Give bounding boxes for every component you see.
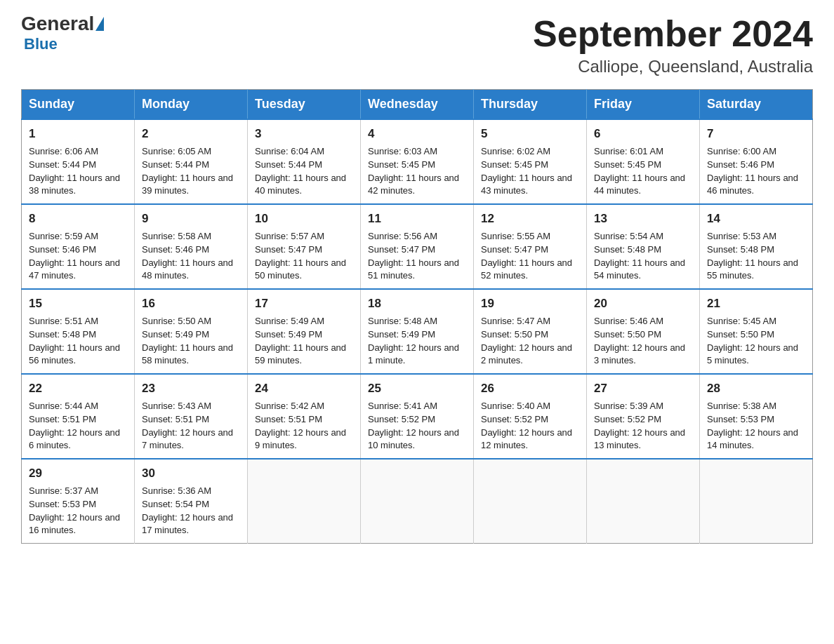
day-number: 29 [29, 465, 127, 483]
day-info: Sunrise: 5:48 AMSunset: 5:49 PMDaylight:… [368, 315, 466, 368]
day-number: 12 [481, 210, 579, 228]
day-number: 2 [142, 126, 240, 143]
calendar-week-row: 29Sunrise: 5:37 AMSunset: 5:53 PMDayligh… [22, 459, 813, 544]
day-number: 8 [29, 210, 127, 228]
day-info: Sunrise: 5:43 AMSunset: 5:51 PMDaylight:… [142, 400, 240, 452]
day-number: 19 [481, 295, 579, 313]
day-info: Sunrise: 5:41 AMSunset: 5:52 PMDaylight:… [368, 400, 466, 452]
weekday-header-tuesday: Tuesday [248, 90, 361, 120]
day-number: 24 [255, 380, 353, 398]
calendar-cell [700, 459, 813, 544]
calendar-cell: 8Sunrise: 5:59 AMSunset: 5:46 PMDaylight… [22, 204, 135, 289]
day-info: Sunrise: 6:00 AMSunset: 5:46 PMDaylight:… [707, 145, 805, 198]
weekday-header-wednesday: Wednesday [361, 90, 474, 120]
month-title: September 2024 [533, 14, 813, 54]
logo: General Blue [21, 14, 105, 53]
calendar-cell: 6Sunrise: 6:01 AMSunset: 5:45 PMDaylight… [587, 119, 700, 204]
day-number: 14 [707, 210, 805, 228]
calendar-cell [248, 459, 361, 544]
calendar-cell: 20Sunrise: 5:46 AMSunset: 5:50 PMDayligh… [587, 289, 700, 374]
calendar-cell: 5Sunrise: 6:02 AMSunset: 5:45 PMDaylight… [474, 119, 587, 204]
calendar-cell: 13Sunrise: 5:54 AMSunset: 5:48 PMDayligh… [587, 204, 700, 289]
calendar-cell [361, 459, 474, 544]
day-number: 21 [707, 295, 805, 313]
day-info: Sunrise: 5:58 AMSunset: 5:46 PMDaylight:… [142, 230, 240, 283]
calendar-cell: 14Sunrise: 5:53 AMSunset: 5:48 PMDayligh… [700, 204, 813, 289]
calendar-cell: 21Sunrise: 5:45 AMSunset: 5:50 PMDayligh… [700, 289, 813, 374]
calendar-cell: 16Sunrise: 5:50 AMSunset: 5:49 PMDayligh… [135, 289, 248, 374]
day-number: 20 [594, 295, 692, 313]
day-number: 3 [255, 126, 353, 143]
day-info: Sunrise: 5:50 AMSunset: 5:49 PMDaylight:… [142, 315, 240, 368]
page-header: General Blue September 2024 Calliope, Qu… [21, 14, 813, 76]
weekday-header-sunday: Sunday [22, 90, 135, 120]
day-info: Sunrise: 5:53 AMSunset: 5:48 PMDaylight:… [707, 230, 805, 283]
day-info: Sunrise: 5:51 AMSunset: 5:48 PMDaylight:… [29, 315, 127, 368]
day-info: Sunrise: 5:36 AMSunset: 5:54 PMDaylight:… [142, 485, 240, 537]
day-info: Sunrise: 5:45 AMSunset: 5:50 PMDaylight:… [707, 315, 805, 368]
logo-blue-text: Blue [24, 35, 58, 53]
day-number: 26 [481, 380, 579, 398]
calendar-cell: 4Sunrise: 6:03 AMSunset: 5:45 PMDaylight… [361, 119, 474, 204]
day-number: 22 [29, 380, 127, 398]
day-info: Sunrise: 5:54 AMSunset: 5:48 PMDaylight:… [594, 230, 692, 283]
day-info: Sunrise: 6:05 AMSunset: 5:44 PMDaylight:… [142, 145, 240, 198]
day-info: Sunrise: 6:01 AMSunset: 5:45 PMDaylight:… [594, 145, 692, 198]
weekday-header-thursday: Thursday [474, 90, 587, 120]
day-info: Sunrise: 5:49 AMSunset: 5:49 PMDaylight:… [255, 315, 353, 368]
calendar-cell: 17Sunrise: 5:49 AMSunset: 5:49 PMDayligh… [248, 289, 361, 374]
day-info: Sunrise: 5:57 AMSunset: 5:47 PMDaylight:… [255, 230, 353, 283]
calendar-cell [474, 459, 587, 544]
calendar-cell: 19Sunrise: 5:47 AMSunset: 5:50 PMDayligh… [474, 289, 587, 374]
day-number: 9 [142, 210, 240, 228]
calendar-cell [587, 459, 700, 544]
calendar-cell: 12Sunrise: 5:55 AMSunset: 5:47 PMDayligh… [474, 204, 587, 289]
day-info: Sunrise: 5:40 AMSunset: 5:52 PMDaylight:… [481, 400, 579, 452]
day-info: Sunrise: 6:06 AMSunset: 5:44 PMDaylight:… [29, 145, 127, 198]
day-info: Sunrise: 6:02 AMSunset: 5:45 PMDaylight:… [481, 145, 579, 198]
logo-triangle-icon [95, 17, 104, 31]
day-number: 7 [707, 126, 805, 143]
calendar-cell: 11Sunrise: 5:56 AMSunset: 5:47 PMDayligh… [361, 204, 474, 289]
day-info: Sunrise: 5:55 AMSunset: 5:47 PMDaylight:… [481, 230, 579, 283]
day-number: 16 [142, 295, 240, 313]
day-number: 13 [594, 210, 692, 228]
calendar-cell: 9Sunrise: 5:58 AMSunset: 5:46 PMDaylight… [135, 204, 248, 289]
calendar-cell: 29Sunrise: 5:37 AMSunset: 5:53 PMDayligh… [22, 459, 135, 544]
day-number: 15 [29, 295, 127, 313]
day-info: Sunrise: 5:44 AMSunset: 5:51 PMDaylight:… [29, 400, 127, 452]
day-number: 5 [481, 126, 579, 143]
calendar-week-row: 8Sunrise: 5:59 AMSunset: 5:46 PMDaylight… [22, 204, 813, 289]
calendar-cell: 10Sunrise: 5:57 AMSunset: 5:47 PMDayligh… [248, 204, 361, 289]
day-number: 28 [707, 380, 805, 398]
weekday-header-monday: Monday [135, 90, 248, 120]
calendar-cell: 18Sunrise: 5:48 AMSunset: 5:49 PMDayligh… [361, 289, 474, 374]
calendar-table: SundayMondayTuesdayWednesdayThursdayFrid… [21, 89, 813, 544]
day-number: 27 [594, 380, 692, 398]
day-info: Sunrise: 6:03 AMSunset: 5:45 PMDaylight:… [368, 145, 466, 198]
weekday-header-row: SundayMondayTuesdayWednesdayThursdayFrid… [22, 90, 813, 120]
calendar-cell: 7Sunrise: 6:00 AMSunset: 5:46 PMDaylight… [700, 119, 813, 204]
day-number: 4 [368, 126, 466, 143]
day-number: 10 [255, 210, 353, 228]
calendar-week-row: 1Sunrise: 6:06 AMSunset: 5:44 PMDaylight… [22, 119, 813, 204]
day-number: 23 [142, 380, 240, 398]
calendar-cell: 2Sunrise: 6:05 AMSunset: 5:44 PMDaylight… [135, 119, 248, 204]
calendar-cell: 1Sunrise: 6:06 AMSunset: 5:44 PMDaylight… [22, 119, 135, 204]
logo-general-text: General [21, 14, 94, 34]
calendar-cell: 3Sunrise: 6:04 AMSunset: 5:44 PMDaylight… [248, 119, 361, 204]
weekday-header-saturday: Saturday [700, 90, 813, 120]
day-number: 1 [29, 126, 127, 143]
calendar-week-row: 15Sunrise: 5:51 AMSunset: 5:48 PMDayligh… [22, 289, 813, 374]
calendar-cell: 30Sunrise: 5:36 AMSunset: 5:54 PMDayligh… [135, 459, 248, 544]
day-info: Sunrise: 5:59 AMSunset: 5:46 PMDaylight:… [29, 230, 127, 283]
day-info: Sunrise: 5:56 AMSunset: 5:47 PMDaylight:… [368, 230, 466, 283]
weekday-header-friday: Friday [587, 90, 700, 120]
day-info: Sunrise: 5:37 AMSunset: 5:53 PMDaylight:… [29, 485, 127, 537]
day-number: 6 [594, 126, 692, 143]
day-number: 11 [368, 210, 466, 228]
calendar-cell: 23Sunrise: 5:43 AMSunset: 5:51 PMDayligh… [135, 374, 248, 459]
calendar-cell: 27Sunrise: 5:39 AMSunset: 5:52 PMDayligh… [587, 374, 700, 459]
day-info: Sunrise: 5:47 AMSunset: 5:50 PMDaylight:… [481, 315, 579, 368]
day-info: Sunrise: 5:46 AMSunset: 5:50 PMDaylight:… [594, 315, 692, 368]
